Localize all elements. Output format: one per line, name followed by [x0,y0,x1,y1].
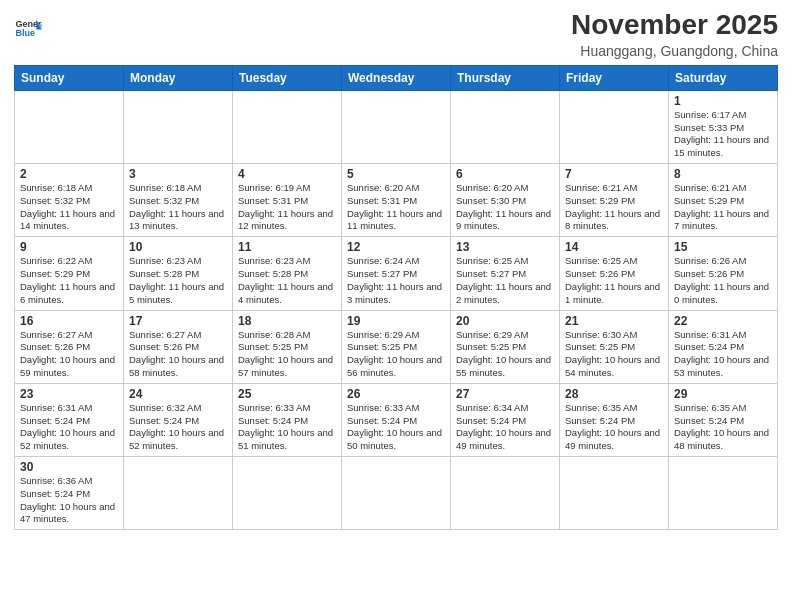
calendar-title: November 2025 [571,10,778,41]
table-row [233,457,342,530]
table-row: 15Sunrise: 6:26 AM Sunset: 5:26 PM Dayli… [669,237,778,310]
day-number: 20 [456,314,554,328]
day-info: Sunrise: 6:30 AM Sunset: 5:25 PM Dayligh… [565,329,663,380]
table-row: 28Sunrise: 6:35 AM Sunset: 5:24 PM Dayli… [560,383,669,456]
table-row [451,90,560,163]
day-number: 6 [456,167,554,181]
day-info: Sunrise: 6:24 AM Sunset: 5:27 PM Dayligh… [347,255,445,306]
day-info: Sunrise: 6:29 AM Sunset: 5:25 PM Dayligh… [456,329,554,380]
day-number: 22 [674,314,772,328]
table-row: 8Sunrise: 6:21 AM Sunset: 5:29 PM Daylig… [669,164,778,237]
table-row: 5Sunrise: 6:20 AM Sunset: 5:31 PM Daylig… [342,164,451,237]
day-info: Sunrise: 6:31 AM Sunset: 5:24 PM Dayligh… [20,402,118,453]
day-number: 8 [674,167,772,181]
day-number: 25 [238,387,336,401]
calendar-table: Sunday Monday Tuesday Wednesday Thursday… [14,65,778,531]
table-row [233,90,342,163]
header-saturday: Saturday [669,65,778,90]
table-row: 21Sunrise: 6:30 AM Sunset: 5:25 PM Dayli… [560,310,669,383]
day-info: Sunrise: 6:22 AM Sunset: 5:29 PM Dayligh… [20,255,118,306]
day-info: Sunrise: 6:28 AM Sunset: 5:25 PM Dayligh… [238,329,336,380]
day-info: Sunrise: 6:33 AM Sunset: 5:24 PM Dayligh… [238,402,336,453]
day-number: 30 [20,460,118,474]
day-number: 18 [238,314,336,328]
table-row [451,457,560,530]
table-row: 25Sunrise: 6:33 AM Sunset: 5:24 PM Dayli… [233,383,342,456]
header-sunday: Sunday [15,65,124,90]
table-row: 6Sunrise: 6:20 AM Sunset: 5:30 PM Daylig… [451,164,560,237]
day-number: 13 [456,240,554,254]
day-info: Sunrise: 6:26 AM Sunset: 5:26 PM Dayligh… [674,255,772,306]
day-number: 19 [347,314,445,328]
day-number: 15 [674,240,772,254]
table-row: 1Sunrise: 6:17 AM Sunset: 5:33 PM Daylig… [669,90,778,163]
day-info: Sunrise: 6:21 AM Sunset: 5:29 PM Dayligh… [565,182,663,233]
day-number: 1 [674,94,772,108]
day-info: Sunrise: 6:23 AM Sunset: 5:28 PM Dayligh… [238,255,336,306]
table-row: 29Sunrise: 6:35 AM Sunset: 5:24 PM Dayli… [669,383,778,456]
table-row: 9Sunrise: 6:22 AM Sunset: 5:29 PM Daylig… [15,237,124,310]
day-number: 27 [456,387,554,401]
day-number: 3 [129,167,227,181]
day-info: Sunrise: 6:34 AM Sunset: 5:24 PM Dayligh… [456,402,554,453]
table-row: 4Sunrise: 6:19 AM Sunset: 5:31 PM Daylig… [233,164,342,237]
day-info: Sunrise: 6:35 AM Sunset: 5:24 PM Dayligh… [674,402,772,453]
day-info: Sunrise: 6:33 AM Sunset: 5:24 PM Dayligh… [347,402,445,453]
header-thursday: Thursday [451,65,560,90]
day-info: Sunrise: 6:25 AM Sunset: 5:26 PM Dayligh… [565,255,663,306]
table-row: 20Sunrise: 6:29 AM Sunset: 5:25 PM Dayli… [451,310,560,383]
svg-text:Blue: Blue [15,28,35,38]
table-row [124,457,233,530]
day-info: Sunrise: 6:23 AM Sunset: 5:28 PM Dayligh… [129,255,227,306]
table-row [342,90,451,163]
table-row: 17Sunrise: 6:27 AM Sunset: 5:26 PM Dayli… [124,310,233,383]
table-row: 23Sunrise: 6:31 AM Sunset: 5:24 PM Dayli… [15,383,124,456]
day-info: Sunrise: 6:35 AM Sunset: 5:24 PM Dayligh… [565,402,663,453]
day-number: 16 [20,314,118,328]
day-info: Sunrise: 6:36 AM Sunset: 5:24 PM Dayligh… [20,475,118,526]
day-number: 26 [347,387,445,401]
day-number: 10 [129,240,227,254]
table-row: 18Sunrise: 6:28 AM Sunset: 5:25 PM Dayli… [233,310,342,383]
day-number: 12 [347,240,445,254]
table-row: 14Sunrise: 6:25 AM Sunset: 5:26 PM Dayli… [560,237,669,310]
table-row [124,90,233,163]
page-header: General Blue November 2025 Huanggang, Gu… [14,10,778,59]
day-number: 11 [238,240,336,254]
day-number: 28 [565,387,663,401]
calendar-subtitle: Huanggang, Guangdong, China [571,43,778,59]
table-row: 3Sunrise: 6:18 AM Sunset: 5:32 PM Daylig… [124,164,233,237]
table-row: 30Sunrise: 6:36 AM Sunset: 5:24 PM Dayli… [15,457,124,530]
header-wednesday: Wednesday [342,65,451,90]
day-info: Sunrise: 6:19 AM Sunset: 5:31 PM Dayligh… [238,182,336,233]
day-info: Sunrise: 6:32 AM Sunset: 5:24 PM Dayligh… [129,402,227,453]
day-info: Sunrise: 6:20 AM Sunset: 5:30 PM Dayligh… [456,182,554,233]
day-number: 24 [129,387,227,401]
table-row: 10Sunrise: 6:23 AM Sunset: 5:28 PM Dayli… [124,237,233,310]
table-row: 26Sunrise: 6:33 AM Sunset: 5:24 PM Dayli… [342,383,451,456]
day-number: 21 [565,314,663,328]
table-row: 7Sunrise: 6:21 AM Sunset: 5:29 PM Daylig… [560,164,669,237]
table-row: 24Sunrise: 6:32 AM Sunset: 5:24 PM Dayli… [124,383,233,456]
table-row [560,457,669,530]
day-info: Sunrise: 6:27 AM Sunset: 5:26 PM Dayligh… [129,329,227,380]
day-info: Sunrise: 6:27 AM Sunset: 5:26 PM Dayligh… [20,329,118,380]
title-block: November 2025 Huanggang, Guangdong, Chin… [571,10,778,59]
table-row: 2Sunrise: 6:18 AM Sunset: 5:32 PM Daylig… [15,164,124,237]
table-row [669,457,778,530]
table-row: 16Sunrise: 6:27 AM Sunset: 5:26 PM Dayli… [15,310,124,383]
day-number: 5 [347,167,445,181]
day-info: Sunrise: 6:29 AM Sunset: 5:25 PM Dayligh… [347,329,445,380]
day-number: 17 [129,314,227,328]
logo: General Blue [14,14,42,42]
table-row [342,457,451,530]
day-number: 29 [674,387,772,401]
day-info: Sunrise: 6:17 AM Sunset: 5:33 PM Dayligh… [674,109,772,160]
day-number: 7 [565,167,663,181]
day-info: Sunrise: 6:25 AM Sunset: 5:27 PM Dayligh… [456,255,554,306]
day-info: Sunrise: 6:20 AM Sunset: 5:31 PM Dayligh… [347,182,445,233]
day-info: Sunrise: 6:18 AM Sunset: 5:32 PM Dayligh… [129,182,227,233]
table-row: 13Sunrise: 6:25 AM Sunset: 5:27 PM Dayli… [451,237,560,310]
table-row: 12Sunrise: 6:24 AM Sunset: 5:27 PM Dayli… [342,237,451,310]
header-monday: Monday [124,65,233,90]
